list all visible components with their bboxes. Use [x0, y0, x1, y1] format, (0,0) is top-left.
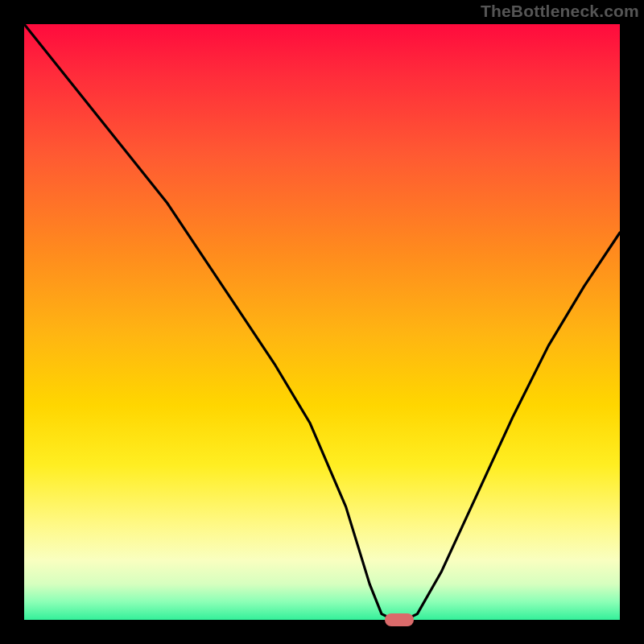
optimal-marker — [385, 613, 414, 626]
chart-frame: TheBottleneck.com — [0, 0, 644, 644]
watermark-text: TheBottleneck.com — [481, 2, 639, 21]
plot-area — [24, 24, 620, 620]
curve-svg — [24, 24, 620, 620]
bottleneck-curve — [24, 24, 620, 620]
